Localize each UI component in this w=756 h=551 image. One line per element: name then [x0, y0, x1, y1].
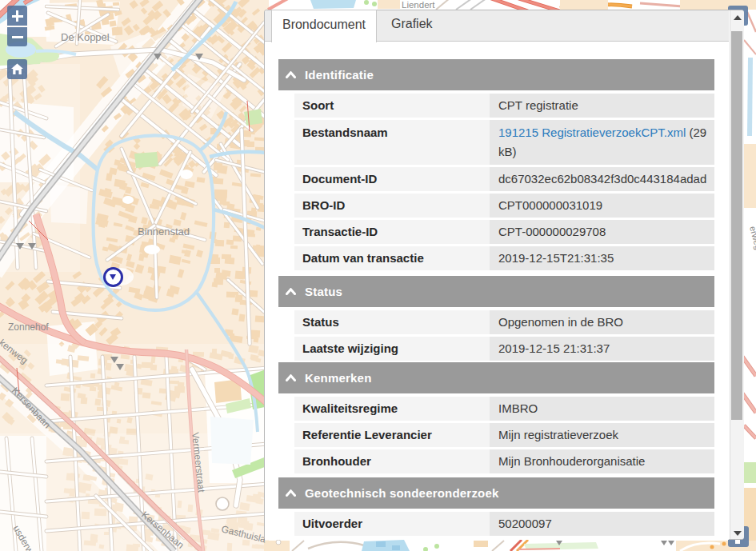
- svg-text:Binnenstad: Binnenstad: [138, 226, 190, 238]
- svg-text:Liendert: Liendert: [402, 0, 435, 10]
- svg-text:De Koppel: De Koppel: [61, 31, 110, 43]
- svg-text:Zonnehof: Zonnehof: [8, 321, 49, 333]
